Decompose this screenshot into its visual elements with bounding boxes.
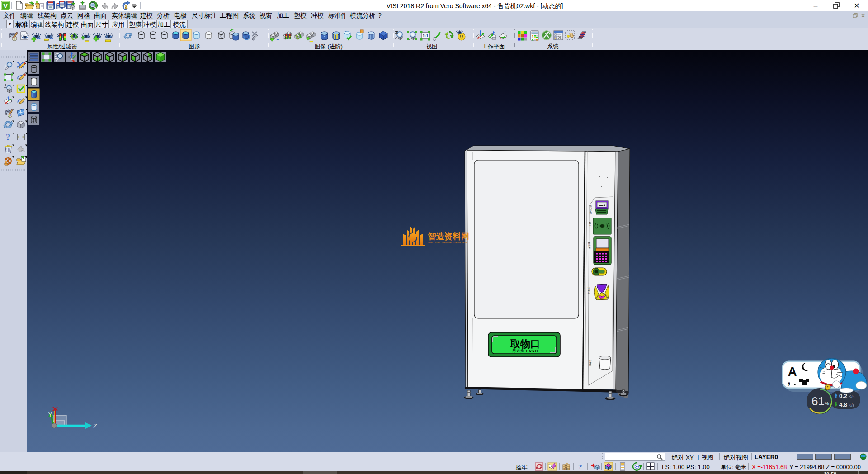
svg-text:智造资料网: 智造资料网 [427, 232, 470, 241]
svg-text:,: , [788, 374, 791, 386]
svg-text:K/s: K/s [849, 403, 855, 408]
svg-text:%: % [825, 401, 829, 406]
svg-text:取物口: 取物口 [510, 338, 540, 350]
svg-text:K/s: K/s [849, 394, 855, 399]
svg-text:刷卡: 刷卡 [589, 222, 591, 226]
svg-text:0.2: 0.2 [839, 393, 847, 399]
svg-text:HQ: HQ [564, 468, 568, 470]
svg-text:?: ? [6, 132, 10, 142]
svg-text:4.8: 4.8 [839, 401, 847, 408]
svg-text:纸币入口: 纸币入口 [589, 205, 592, 214]
svg-text:找零口: 找零口 [587, 287, 590, 294]
svg-text:?: ? [578, 463, 582, 471]
svg-text:INTELLIGENT MANUFACTURING DATA: INTELLIGENT MANUFACTURING DATA [428, 242, 467, 244]
svg-text:V: V [3, 2, 8, 9]
svg-text:触摸屏: 触摸屏 [588, 242, 591, 249]
svg-text:用力推 PUSH: 用力推 PUSH [512, 349, 538, 353]
svg-text:Y: Y [48, 410, 52, 418]
svg-text:61: 61 [811, 394, 825, 408]
svg-text:取杯口: 取杯口 [589, 360, 592, 366]
svg-text:Z: Z [93, 422, 97, 430]
svg-text:1:1: 1:1 [422, 33, 428, 38]
